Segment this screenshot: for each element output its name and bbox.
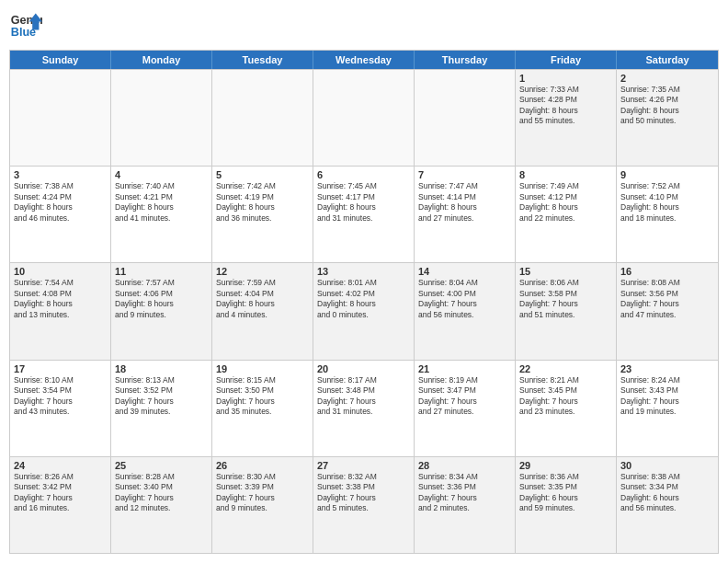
day-cell-25: 25Sunrise: 8:28 AM Sunset: 3:40 PM Dayli…: [111, 457, 212, 553]
day-info: Sunrise: 7:47 AM Sunset: 4:14 PM Dayligh…: [418, 181, 511, 224]
day-number: 28: [418, 460, 511, 471]
day-cell-10: 10Sunrise: 7:54 AM Sunset: 4:08 PM Dayli…: [10, 263, 111, 359]
empty-cell: [10, 70, 111, 166]
day-info: Sunrise: 8:17 AM Sunset: 3:48 PM Dayligh…: [317, 375, 410, 418]
day-cell-13: 13Sunrise: 8:01 AM Sunset: 4:02 PM Dayli…: [313, 263, 415, 359]
day-number: 17: [14, 363, 107, 374]
calendar-row-5: 24Sunrise: 8:26 AM Sunset: 3:42 PM Dayli…: [10, 456, 718, 553]
calendar-row-4: 17Sunrise: 8:10 AM Sunset: 3:54 PM Dayli…: [10, 360, 718, 456]
day-number: 11: [115, 266, 208, 277]
day-number: 5: [216, 169, 309, 180]
empty-cell: [415, 70, 516, 166]
day-cell-29: 29Sunrise: 8:36 AM Sunset: 3:35 PM Dayli…: [516, 457, 617, 553]
day-info: Sunrise: 7:38 AM Sunset: 4:24 PM Dayligh…: [14, 181, 107, 224]
day-number: 16: [620, 266, 714, 277]
day-number: 7: [418, 169, 511, 180]
day-cell-28: 28Sunrise: 8:34 AM Sunset: 3:36 PM Dayli…: [415, 457, 516, 553]
day-cell-26: 26Sunrise: 8:30 AM Sunset: 3:39 PM Dayli…: [212, 457, 313, 553]
day-cell-17: 17Sunrise: 8:10 AM Sunset: 3:54 PM Dayli…: [10, 361, 111, 456]
day-info: Sunrise: 8:06 AM Sunset: 3:58 PM Dayligh…: [519, 278, 612, 320]
day-cell-30: 30Sunrise: 8:38 AM Sunset: 3:34 PM Dayli…: [617, 457, 718, 553]
day-number: 10: [14, 266, 107, 277]
day-info: Sunrise: 7:49 AM Sunset: 4:12 PM Dayligh…: [519, 181, 612, 224]
day-cell-23: 23Sunrise: 8:24 AM Sunset: 3:43 PM Dayli…: [617, 361, 718, 456]
day-number: 25: [115, 460, 208, 471]
day-cell-8: 8Sunrise: 7:49 AM Sunset: 4:12 PM Daylig…: [516, 167, 617, 262]
header-day-sunday: Sunday: [10, 51, 111, 69]
day-cell-12: 12Sunrise: 7:59 AM Sunset: 4:04 PM Dayli…: [212, 263, 313, 359]
day-number: 24: [14, 460, 107, 471]
day-info: Sunrise: 8:08 AM Sunset: 3:56 PM Dayligh…: [620, 278, 714, 320]
logo: General Blue: [9, 9, 46, 42]
day-cell-1: 1Sunrise: 7:33 AM Sunset: 4:28 PM Daylig…: [516, 70, 617, 166]
day-cell-27: 27Sunrise: 8:32 AM Sunset: 3:38 PM Dayli…: [313, 457, 415, 553]
day-number: 1: [519, 73, 612, 84]
header-day-saturday: Saturday: [617, 51, 718, 69]
day-info: Sunrise: 8:24 AM Sunset: 3:43 PM Dayligh…: [620, 375, 714, 418]
day-cell-4: 4Sunrise: 7:40 AM Sunset: 4:21 PM Daylig…: [111, 167, 212, 262]
page: General Blue SundayMondayTuesdayWednesda…: [0, 0, 728, 563]
day-cell-5: 5Sunrise: 7:42 AM Sunset: 4:19 PM Daylig…: [212, 167, 313, 262]
calendar-row-3: 10Sunrise: 7:54 AM Sunset: 4:08 PM Dayli…: [10, 262, 718, 359]
day-info: Sunrise: 7:42 AM Sunset: 4:19 PM Dayligh…: [216, 181, 309, 224]
day-cell-3: 3Sunrise: 7:38 AM Sunset: 4:24 PM Daylig…: [10, 167, 111, 262]
day-info: Sunrise: 8:19 AM Sunset: 3:47 PM Dayligh…: [418, 375, 511, 418]
day-number: 15: [519, 266, 612, 277]
day-info: Sunrise: 8:10 AM Sunset: 3:54 PM Dayligh…: [14, 375, 107, 418]
day-info: Sunrise: 8:28 AM Sunset: 3:40 PM Dayligh…: [115, 472, 208, 514]
day-number: 8: [519, 169, 612, 180]
day-info: Sunrise: 7:45 AM Sunset: 4:17 PM Dayligh…: [317, 181, 410, 224]
day-cell-18: 18Sunrise: 8:13 AM Sunset: 3:52 PM Dayli…: [111, 361, 212, 456]
calendar-row-2: 3Sunrise: 7:38 AM Sunset: 4:24 PM Daylig…: [10, 166, 718, 262]
logo-icon: General Blue: [9, 9, 42, 42]
day-number: 21: [418, 363, 511, 374]
day-info: Sunrise: 7:40 AM Sunset: 4:21 PM Dayligh…: [115, 181, 208, 224]
day-cell-6: 6Sunrise: 7:45 AM Sunset: 4:17 PM Daylig…: [313, 167, 415, 262]
day-number: 23: [620, 363, 714, 374]
day-number: 2: [620, 73, 714, 84]
header-day-monday: Monday: [111, 51, 212, 69]
day-number: 22: [519, 363, 612, 374]
header-day-thursday: Thursday: [415, 51, 516, 69]
day-info: Sunrise: 7:54 AM Sunset: 4:08 PM Dayligh…: [14, 278, 107, 320]
day-cell-11: 11Sunrise: 7:57 AM Sunset: 4:06 PM Dayli…: [111, 263, 212, 359]
day-number: 30: [620, 460, 714, 471]
day-cell-24: 24Sunrise: 8:26 AM Sunset: 3:42 PM Dayli…: [10, 457, 111, 553]
day-number: 18: [115, 363, 208, 374]
header-day-tuesday: Tuesday: [212, 51, 313, 69]
day-info: Sunrise: 7:35 AM Sunset: 4:26 PM Dayligh…: [620, 85, 714, 127]
day-info: Sunrise: 8:36 AM Sunset: 3:35 PM Dayligh…: [519, 472, 612, 514]
day-cell-19: 19Sunrise: 8:15 AM Sunset: 3:50 PM Dayli…: [212, 361, 313, 456]
day-number: 29: [519, 460, 612, 471]
day-number: 6: [317, 169, 410, 180]
day-info: Sunrise: 8:01 AM Sunset: 4:02 PM Dayligh…: [317, 278, 410, 320]
empty-cell: [313, 70, 415, 166]
empty-cell: [212, 70, 313, 166]
calendar-row-1: 1Sunrise: 7:33 AM Sunset: 4:28 PM Daylig…: [10, 69, 718, 166]
day-info: Sunrise: 7:59 AM Sunset: 4:04 PM Dayligh…: [216, 278, 309, 320]
day-cell-2: 2Sunrise: 7:35 AM Sunset: 4:26 PM Daylig…: [617, 70, 718, 166]
day-cell-9: 9Sunrise: 7:52 AM Sunset: 4:10 PM Daylig…: [617, 167, 718, 262]
day-info: Sunrise: 8:04 AM Sunset: 4:00 PM Dayligh…: [418, 278, 511, 320]
day-number: 19: [216, 363, 309, 374]
day-cell-21: 21Sunrise: 8:19 AM Sunset: 3:47 PM Dayli…: [415, 361, 516, 456]
day-info: Sunrise: 7:57 AM Sunset: 4:06 PM Dayligh…: [115, 278, 208, 320]
header-day-friday: Friday: [516, 51, 617, 69]
day-number: 14: [418, 266, 511, 277]
day-cell-14: 14Sunrise: 8:04 AM Sunset: 4:00 PM Dayli…: [415, 263, 516, 359]
day-info: Sunrise: 8:34 AM Sunset: 3:36 PM Dayligh…: [418, 472, 511, 514]
day-cell-16: 16Sunrise: 8:08 AM Sunset: 3:56 PM Dayli…: [617, 263, 718, 359]
day-info: Sunrise: 8:15 AM Sunset: 3:50 PM Dayligh…: [216, 375, 309, 418]
calendar-header: SundayMondayTuesdayWednesdayThursdayFrid…: [10, 51, 718, 69]
empty-cell: [111, 70, 212, 166]
calendar: SundayMondayTuesdayWednesdayThursdayFrid…: [9, 50, 719, 554]
day-number: 9: [620, 169, 714, 180]
day-cell-15: 15Sunrise: 8:06 AM Sunset: 3:58 PM Dayli…: [516, 263, 617, 359]
day-number: 12: [216, 266, 309, 277]
day-cell-20: 20Sunrise: 8:17 AM Sunset: 3:48 PM Dayli…: [313, 361, 415, 456]
header-day-wednesday: Wednesday: [313, 51, 415, 69]
calendar-body: 1Sunrise: 7:33 AM Sunset: 4:28 PM Daylig…: [10, 69, 718, 553]
day-info: Sunrise: 7:33 AM Sunset: 4:28 PM Dayligh…: [519, 85, 612, 127]
header: General Blue: [9, 9, 719, 42]
day-number: 26: [216, 460, 309, 471]
